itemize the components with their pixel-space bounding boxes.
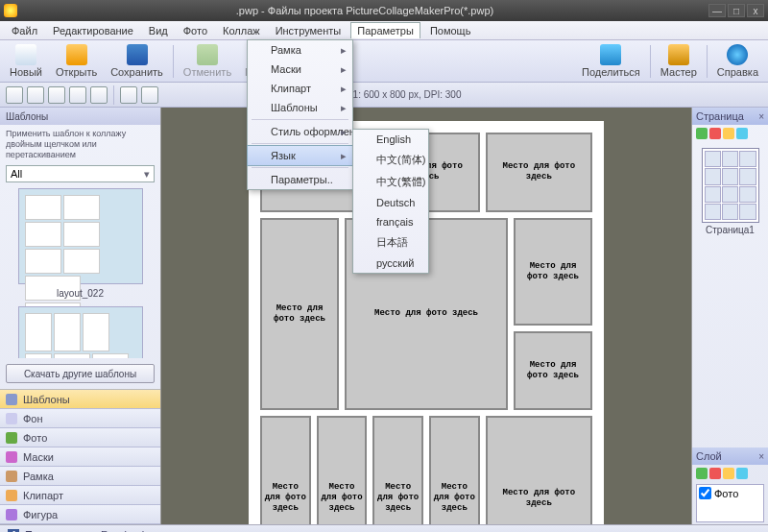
- dd-frame[interactable]: Рамка: [248, 40, 352, 60]
- add-page-icon[interactable]: [696, 128, 708, 139]
- menu-help[interactable]: Помощь: [424, 23, 477, 38]
- facebook-icon[interactable]: f: [8, 529, 19, 533]
- open-button[interactable]: Открыть: [50, 42, 103, 80]
- help-button[interactable]: Справка: [711, 42, 764, 80]
- template-label-1: layout_022: [57, 288, 104, 299]
- photo-slot[interactable]: Место для фото здесь: [260, 218, 339, 411]
- close-layers-icon[interactable]: ×: [758, 451, 764, 462]
- accordion-photo[interactable]: Фото: [0, 428, 160, 447]
- lang-english[interactable]: English: [353, 130, 428, 149]
- photo-slot[interactable]: Место для фото здесь: [429, 416, 480, 524]
- download-templates-button[interactable]: Скачать другие шаблоны: [6, 364, 155, 383]
- dd-clipart[interactable]: Клипарт: [248, 79, 352, 98]
- app-icon: [4, 4, 17, 17]
- menu-tools[interactable]: Инструменты: [270, 23, 348, 38]
- menu-view[interactable]: Вид: [143, 23, 174, 38]
- template-category-select[interactable]: All: [6, 165, 155, 182]
- accordion-clipart[interactable]: Клипарт: [0, 486, 160, 505]
- dd-masks[interactable]: Маски: [248, 60, 352, 79]
- sub-toolbar: Страница 1: 600 x 800 px, DPI: 300: [0, 83, 768, 108]
- photo-slot[interactable]: Место для фото здесь: [372, 416, 423, 524]
- right-panel: Страница× Страница1 Слой× Фото: [691, 108, 768, 524]
- lang-chinese-traditional[interactable]: 中文(繁體): [353, 171, 428, 193]
- layer-del-icon[interactable]: [709, 468, 721, 479]
- pages-tools: [692, 125, 768, 142]
- photo-slot[interactable]: Место для фото здесь: [514, 331, 592, 411]
- dd-style[interactable]: Стиль оформления: [248, 122, 352, 141]
- templates-desc: Применить шаблон к коллажу двойным щелчк…: [0, 125, 160, 163]
- menu-edit[interactable]: Редактирование: [47, 23, 139, 38]
- menu-file[interactable]: Файл: [6, 23, 43, 38]
- text-tool-icon[interactable]: [120, 86, 137, 104]
- undo-button[interactable]: Отменить: [178, 42, 237, 80]
- lang-german[interactable]: Deutsch: [353, 193, 428, 212]
- layer-list[interactable]: Фото: [696, 484, 764, 522]
- accordion-masks[interactable]: Маски: [0, 447, 160, 467]
- layers-header: Слой×: [692, 447, 768, 465]
- minimize-button[interactable]: —: [708, 4, 726, 17]
- status-bar: f Поделиться на Facebook: [0, 524, 768, 532]
- color-tool-icon[interactable]: [141, 86, 158, 104]
- arrange-tool-icon[interactable]: [27, 86, 44, 104]
- copy-page-icon[interactable]: [723, 128, 734, 139]
- titlebar: .pwp - Файлы проекта PictureCollageMaker…: [0, 0, 768, 21]
- lang-japanese[interactable]: 日本語: [353, 231, 428, 254]
- accordion-shape[interactable]: Фигура: [0, 505, 160, 524]
- photo-slot[interactable]: Место для фото здесь: [486, 416, 592, 524]
- share-button[interactable]: Поделиться: [576, 42, 646, 80]
- photo-slot[interactable]: Место для фото здесь: [317, 416, 368, 524]
- delete-page-icon[interactable]: [709, 128, 721, 139]
- align-tool-icon[interactable]: [6, 86, 23, 104]
- layer-up-icon[interactable]: [723, 468, 734, 479]
- lang-french[interactable]: français: [353, 212, 428, 231]
- new-button[interactable]: Новый: [4, 42, 48, 80]
- photo-slot[interactable]: Место для фото здесь: [260, 416, 311, 524]
- facebook-share-link[interactable]: Поделиться на Facebook: [25, 529, 147, 533]
- menu-collage[interactable]: Коллаж: [217, 23, 266, 38]
- save-button[interactable]: Сохранить: [105, 42, 169, 80]
- left-panel: Шаблоны Применить шаблон к коллажу двойн…: [0, 108, 161, 524]
- params-dropdown: Рамка Маски Клипарт Шаблоны Стиль оформл…: [247, 39, 353, 190]
- flip-tool-icon[interactable]: [90, 86, 108, 104]
- dd-templates[interactable]: Шаблоны: [248, 98, 352, 117]
- dd-language[interactable]: Язык: [247, 145, 353, 166]
- template-list: layout_022 layout_023: [0, 184, 160, 358]
- templates-header: Шаблоны: [0, 108, 160, 125]
- rotate-tool-icon[interactable]: [69, 86, 86, 104]
- lang-chinese-simplified[interactable]: 中文(简体): [353, 149, 428, 171]
- page-thumbnail[interactable]: [702, 148, 759, 223]
- accordion-background[interactable]: Фон: [0, 409, 160, 428]
- pages-header: Страница×: [692, 108, 768, 125]
- maximize-button[interactable]: □: [728, 4, 745, 17]
- photo-slot[interactable]: Место для фото здесь: [514, 218, 592, 326]
- menu-bar: Файл Редактирование Вид Фото Коллаж Инст…: [0, 21, 768, 40]
- menu-photo[interactable]: Фото: [178, 23, 213, 38]
- accordion-frame[interactable]: Рамка: [0, 467, 160, 486]
- lang-russian[interactable]: русский: [353, 254, 428, 273]
- window-title: .pwp - Файлы проекта PictureCollageMaker…: [23, 5, 707, 16]
- main-toolbar: Новый Открыть Сохранить Отменить Повтори…: [0, 40, 768, 83]
- template-thumb-2[interactable]: [18, 306, 143, 358]
- photo-slot[interactable]: Место для фото здесь: [486, 133, 592, 212]
- layer-visible-checkbox[interactable]: [699, 487, 711, 499]
- master-button[interactable]: Мастер: [655, 42, 703, 80]
- accordion: Шаблоны Фон Фото Маски Рамка Клипарт Фиг…: [0, 389, 160, 524]
- menu-params[interactable]: Параметры: [350, 22, 420, 38]
- close-panel-icon[interactable]: ×: [758, 111, 764, 122]
- layer-down-icon[interactable]: [736, 468, 748, 479]
- close-button[interactable]: x: [747, 4, 764, 17]
- move-page-icon[interactable]: [736, 128, 748, 139]
- crop-tool-icon[interactable]: [48, 86, 65, 104]
- dd-parameters[interactable]: Параметры..: [248, 170, 352, 189]
- accordion-templates[interactable]: Шаблоны: [0, 390, 160, 409]
- layers-panel: Слой× Фото: [692, 447, 768, 524]
- page-thumb-label: Страница1: [692, 225, 768, 235]
- template-thumb-1[interactable]: [18, 188, 143, 284]
- language-submenu: English 中文(简体) 中文(繁體) Deutsch français 日…: [352, 129, 429, 274]
- layer-add-icon[interactable]: [696, 468, 708, 479]
